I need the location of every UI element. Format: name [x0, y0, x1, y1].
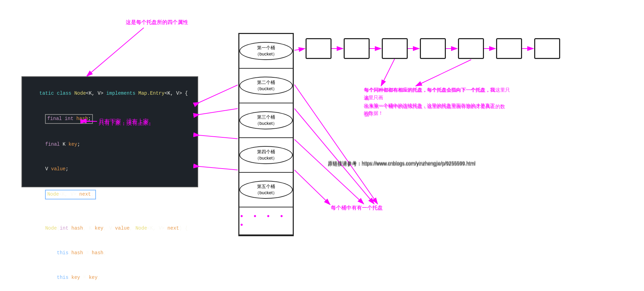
node-box-3 — [382, 38, 408, 59]
bucket-row-2: 第二个桶（bucket） — [239, 69, 293, 103]
node-box-2 — [344, 38, 370, 59]
code-line-7: Node(int hash, K key, V value, Node<K, V… — [28, 216, 192, 241]
code-line-9: this.key = key; — [28, 266, 192, 290]
svg-line-2 — [87, 28, 144, 76]
bucket-row-4: 第四个桶（bucket） — [239, 138, 293, 173]
code-line-8: this.hash = hash; — [28, 241, 192, 265]
bucket-label-5: 第五个桶（bucket） — [239, 181, 293, 199]
bucket-dots: • • • • • — [239, 212, 293, 230]
node-box-4 — [420, 38, 446, 59]
svg-line-17 — [294, 170, 330, 205]
svg-line-18 — [294, 139, 364, 204]
svg-line-12 — [200, 109, 238, 114]
bucket-dots-row: • • • • • — [239, 207, 293, 235]
svg-line-15 — [381, 59, 395, 86]
bucket-label-1: 第一个桶（bucket） — [239, 42, 293, 60]
svg-line-19 — [294, 109, 374, 204]
bucket-label-4: 第四个桶（bucket） — [239, 146, 293, 164]
attr-annotation-label-2: 这是每个托盘所的四个属性 — [126, 19, 188, 26]
each-bucket-node-label-2: 每个同种都都有相应的托盘，每个托盘会指向下一个托盘，我这里只画出来第一个桶中的连… — [364, 86, 510, 119]
svg-line-11 — [200, 85, 238, 102]
node-box-7 — [534, 38, 560, 59]
code-line-1: tatic class Node<K, V> implements Map.En… — [28, 81, 192, 106]
code-line-5: Node<K, V> next; — [28, 182, 192, 208]
svg-line-13 — [200, 135, 238, 139]
bucket-row-3: 第三个桶（bucket） — [239, 103, 293, 138]
only-next-label-2: 只有下家，没有上家。 — [99, 118, 154, 125]
svg-line-16 — [416, 60, 471, 86]
bucket-row-5: 第五个桶（bucket） — [239, 173, 293, 207]
code-line-3: final K key; — [28, 132, 192, 157]
bucket-label-3: 第三个桶（bucket） — [239, 111, 293, 129]
bucket-label-2: 第二个桶（bucket） — [239, 77, 293, 95]
bucket-table: 第一个桶（bucket） 第二个桶（bucket） 第三个桶（bucket） 第… — [238, 33, 294, 236]
bucket-row-1: 第一个桶（bucket） — [239, 34, 293, 69]
svg-line-4 — [294, 49, 305, 50]
node-box-1 — [306, 38, 332, 59]
svg-line-14 — [200, 166, 238, 170]
each-bucket-has-label-2: 每个桶中有有一个托盘 — [331, 205, 383, 211]
code-panel: tatic class Node<K, V> implements Map.En… — [21, 76, 198, 187]
ref-link-text-2: 原链接请参考：https://www.cnblogs.com/yinzhengj… — [328, 160, 475, 166]
node-box-5 — [458, 38, 484, 59]
code-line-4: V value; — [28, 157, 192, 181]
code-line-6 — [28, 208, 192, 216]
node-box-6 — [496, 38, 522, 59]
